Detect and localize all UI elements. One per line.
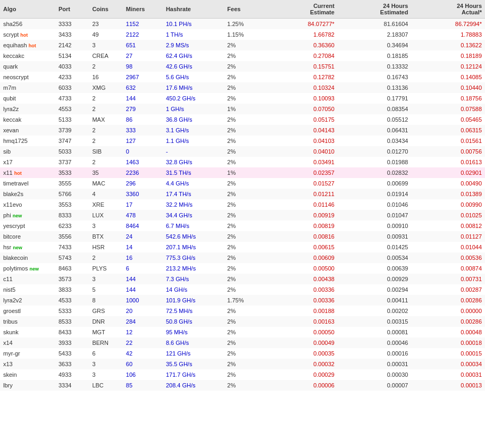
- cell-algo: sib: [0, 146, 55, 157]
- algo-name: myr-gr: [3, 350, 20, 357]
- cell-miners: 8464: [123, 221, 163, 231]
- cell-24h-estimated: 0.18185: [338, 50, 412, 61]
- cell-fees: 2%: [224, 146, 264, 157]
- table-row: x143933BERN228.6 GH/s2%0.000490.000460.0…: [0, 337, 485, 348]
- cell-24h-actual: 0.00000: [411, 306, 485, 316]
- table-row: blakecoin5743216775.3 GH/s2%0.006090.005…: [0, 252, 485, 263]
- cell-24h-estimated: 0.00315: [338, 316, 412, 327]
- cell-port: 5033: [55, 146, 89, 157]
- cell-24h-actual: 0.00536: [411, 252, 485, 263]
- cell-hashrate: 35.5 GH/s: [163, 359, 224, 369]
- table-row: skunk8433MGT1295 MH/s2%0.000500.000810.0…: [0, 327, 485, 337]
- cell-coins: 2: [89, 157, 122, 167]
- algo-name: neoscrypt: [3, 74, 29, 80]
- header-algo: Algo: [0, 0, 55, 19]
- cell-miners: 144: [123, 284, 163, 295]
- mining-table: Algo Port Coins Miners Hashrate Fees Cur…: [0, 0, 485, 391]
- cell-current-estimate: 0.01146: [264, 199, 338, 210]
- cell-miners: 98: [123, 61, 163, 72]
- cell-algo: x14: [0, 337, 55, 348]
- table-row: c11357331447.3 GH/s2%0.004380.009290.007…: [0, 274, 485, 284]
- cell-24h-actual: 86.72994*: [411, 19, 485, 30]
- header-port: Port: [55, 0, 89, 19]
- cell-fees: 1.15%: [224, 29, 264, 40]
- header-fees: Fees: [224, 0, 264, 19]
- cell-hashrate: 542.6 MH/s: [163, 231, 224, 242]
- cell-miners: 24: [123, 231, 163, 242]
- cell-port: 3553: [55, 199, 89, 210]
- table-row: myr-gr5433642121 GH/s2%0.000350.000160.0…: [0, 348, 485, 359]
- table-row: blake2s57664336017.4 TH/s2%0.012110.0191…: [0, 189, 485, 199]
- cell-24h-estimated: 0.00031: [338, 359, 412, 369]
- cell-miners: 279: [123, 104, 163, 114]
- header-current-estimate: CurrentEstimate: [264, 0, 338, 19]
- table-row: polytimosnew8463PLYS6213.2 MH/s2%0.00500…: [0, 263, 485, 274]
- table-row: sha256333323115210.1 PH/s1.25%84.07277*8…: [0, 19, 485, 30]
- cell-24h-estimated: 0.01047: [338, 210, 412, 221]
- cell-24h-actual: 0.06315: [411, 125, 485, 136]
- cell-hashrate: 101.9 GH/s: [163, 295, 224, 306]
- cell-24h-actual: 0.00048: [411, 327, 485, 337]
- cell-coins: BERN: [89, 337, 122, 348]
- cell-algo: nist5: [0, 284, 55, 295]
- cell-fees: 2%: [224, 252, 264, 263]
- cell-miners: 1000: [123, 295, 163, 306]
- cell-current-estimate: 0.15751: [264, 61, 338, 72]
- cell-port: 3737: [55, 157, 89, 167]
- cell-hashrate: 34.4 GH/s: [163, 210, 224, 221]
- cell-fees: 2%: [224, 316, 264, 327]
- cell-coins: DNR: [89, 316, 122, 327]
- algo-name: quark: [3, 63, 18, 70]
- table-row: skein49333106171.7 GH/s2%0.000290.000300…: [0, 369, 485, 380]
- cell-current-estimate: 0.00919: [264, 210, 338, 221]
- cell-24h-actual: 0.00990: [411, 199, 485, 210]
- cell-24h-estimated: 0.34694: [338, 40, 412, 50]
- cell-24h-estimated: 0.16743: [338, 72, 412, 82]
- algo-name: sib: [3, 148, 11, 155]
- cell-hashrate: 36.8 GH/s: [163, 114, 224, 125]
- cell-coins: 6: [89, 348, 122, 359]
- cell-current-estimate: 0.07050: [264, 104, 338, 114]
- cell-current-estimate: 1.66782: [264, 29, 338, 40]
- cell-24h-estimated: 0.03434: [338, 136, 412, 146]
- cell-24h-actual: 0.00018: [411, 337, 485, 348]
- cell-current-estimate: 0.00188: [264, 306, 338, 316]
- table-row: groestl5333GRS2072.5 MH/s2%0.001880.0020…: [0, 306, 485, 316]
- cell-algo: equihashhot: [0, 40, 55, 50]
- algo-name: x14: [3, 340, 13, 346]
- cell-port: 3555: [55, 178, 89, 189]
- cell-port: 3739: [55, 125, 89, 136]
- cell-algo: x13: [0, 359, 55, 369]
- cell-hashrate: 5.6 GH/s: [163, 72, 224, 82]
- cell-hashrate: 17.6 MH/s: [163, 82, 224, 93]
- cell-algo: sha256: [0, 19, 55, 30]
- cell-port: 5134: [55, 50, 89, 61]
- cell-current-estimate: 0.10324: [264, 82, 338, 93]
- cell-algo: neoscrypt: [0, 72, 55, 82]
- cell-fees: 2%: [224, 50, 264, 61]
- algo-name: hsr: [3, 244, 11, 250]
- cell-port: 5743: [55, 252, 89, 263]
- algo-name: lbry: [3, 382, 13, 388]
- algo-name: timetravel: [3, 180, 29, 187]
- cell-hashrate: 775.3 GH/s: [163, 252, 224, 263]
- algo-name: x11evo: [3, 201, 22, 208]
- cell-24h-estimated: 0.01425: [338, 242, 412, 252]
- cell-hashrate: 3.1 GH/s: [163, 125, 224, 136]
- cell-hashrate: -: [163, 146, 224, 157]
- badge-hot: hot: [14, 171, 22, 176]
- cell-24h-estimated: 81.61604: [338, 19, 412, 30]
- cell-hashrate: 8.6 GH/s: [163, 337, 224, 348]
- cell-coins: 49: [89, 29, 122, 40]
- cell-port: 6233: [55, 221, 89, 231]
- cell-fees: 1.25%: [224, 19, 264, 30]
- cell-miners: 2967: [123, 72, 163, 82]
- table-row: lyra2v2453381000101.9 GH/s1.75%0.003360.…: [0, 295, 485, 306]
- table-row: x1737372146332.8 GH/s2%0.034910.019880.0…: [0, 157, 485, 167]
- algo-name: blake2s: [3, 191, 23, 197]
- cell-miners: 144: [123, 93, 163, 104]
- cell-miners: 6: [123, 263, 163, 274]
- algo-name: lyra2z: [3, 106, 19, 112]
- cell-coins: MAX: [89, 114, 122, 125]
- cell-port: 2142: [55, 40, 89, 50]
